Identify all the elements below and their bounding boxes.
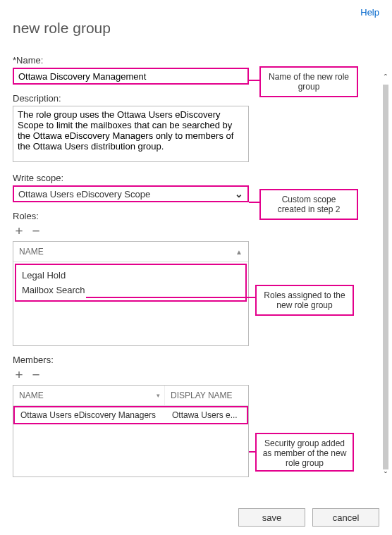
name-label: *Name: bbox=[13, 55, 379, 66]
roles-header-name[interactable]: NAME ▲ bbox=[13, 242, 248, 262]
members-grid: NAME ▾ DISPLAY NAME Ottawa Users eDiscov… bbox=[13, 385, 249, 477]
members-header-name[interactable]: NAME ▾ bbox=[13, 386, 165, 405]
description-input[interactable]: The role group uses the Ottawa Users eDi… bbox=[13, 106, 249, 162]
roles-grid-body: Legal Hold Mailbox Search bbox=[13, 264, 248, 345]
scroll-thumb[interactable] bbox=[383, 85, 388, 469]
table-row[interactable]: Ottawa Users eDiscovery Managers Ottawa … bbox=[13, 406, 248, 424]
scroll-down-icon[interactable]: ˇ bbox=[384, 471, 387, 481]
member-name-cell: Ottawa Users eDiscovery Managers bbox=[15, 407, 166, 423]
members-header-name-text: NAME bbox=[19, 391, 44, 400]
callout-name: Name of the new role group bbox=[259, 66, 358, 97]
write-scope-label: Write scope: bbox=[13, 173, 379, 183]
description-field-block: Description: The role group uses the Ott… bbox=[13, 93, 379, 164]
roles-grid-header: NAME ▲ bbox=[13, 242, 248, 262]
scroll-up-icon[interactable]: ˆ bbox=[384, 73, 387, 83]
chevron-down-icon: ⌄ bbox=[235, 188, 243, 199]
connector-line bbox=[86, 297, 255, 298]
write-scope-selected: Ottawa Users eDiscovery Scope bbox=[18, 189, 235, 199]
list-item[interactable]: Mailbox Search bbox=[20, 283, 241, 297]
add-member-icon[interactable]: + bbox=[13, 368, 25, 381]
sort-asc-icon: ▲ bbox=[235, 248, 243, 256]
members-empty-area bbox=[13, 424, 248, 463]
connector-line bbox=[249, 202, 259, 203]
callout-members: Security group added as member of the ne… bbox=[255, 433, 354, 472]
members-grid-body: Ottawa Users eDiscovery Managers Ottawa … bbox=[13, 406, 248, 476]
add-role-icon[interactable]: + bbox=[13, 224, 25, 237]
remove-role-icon[interactable]: − bbox=[30, 224, 42, 237]
write-scope-select[interactable]: Ottawa Users eDiscovery Scope ⌄ bbox=[13, 185, 249, 202]
connector-line bbox=[249, 80, 259, 81]
roles-grid: NAME ▲ Legal Hold Mailbox Search bbox=[13, 241, 249, 346]
roles-header-name-text: NAME bbox=[19, 247, 44, 257]
help-link[interactable]: Help bbox=[360, 7, 379, 18]
roles-block: Roles: + − NAME ▲ Legal Hold Mailbox Sea… bbox=[13, 211, 379, 346]
callout-scope: Custom scope created in step 2 bbox=[259, 189, 358, 220]
save-button[interactable]: save bbox=[238, 508, 305, 527]
member-display-cell: Ottawa Users e... bbox=[166, 407, 247, 423]
members-header-display-text: DISPLAY NAME bbox=[171, 391, 233, 400]
roles-selected-items: Legal Hold Mailbox Search bbox=[15, 264, 247, 302]
page-title: new role group bbox=[13, 20, 379, 37]
remove-member-icon[interactable]: − bbox=[30, 368, 42, 381]
column-dropdown-icon[interactable]: ▾ bbox=[157, 392, 160, 399]
connector-line bbox=[249, 451, 255, 453]
scrollbar[interactable]: ˆ ˇ bbox=[381, 73, 391, 481]
cancel-button[interactable]: cancel bbox=[312, 508, 379, 527]
roles-empty-area bbox=[13, 303, 248, 345]
members-grid-header: NAME ▾ DISPLAY NAME bbox=[13, 386, 248, 406]
name-input[interactable] bbox=[13, 68, 249, 85]
button-bar: save cancel bbox=[238, 508, 379, 527]
list-item[interactable]: Legal Hold bbox=[20, 268, 241, 283]
callout-roles: Roles assigned to the new role group bbox=[255, 285, 354, 316]
members-header-display[interactable]: DISPLAY NAME bbox=[165, 386, 248, 405]
members-label: Members: bbox=[13, 355, 379, 365]
